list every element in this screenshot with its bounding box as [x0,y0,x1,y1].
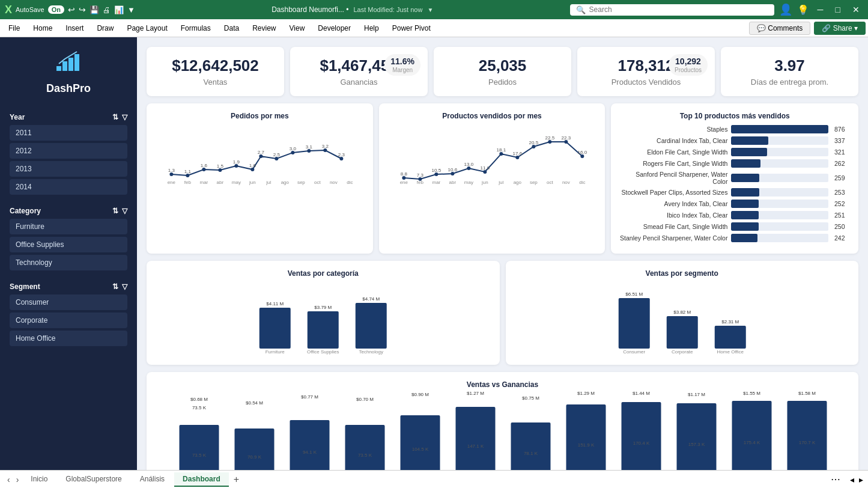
segment-item-home-office[interactable]: Home Office [10,331,127,346]
charts-row-2: Ventas por categoría $4.11 M Furniture $… [147,261,858,365]
year-filter-icon[interactable]: ▽ [122,113,127,121]
dashboard-area: $12,642,502 Ventas $1,467,457 Ganancias … [137,37,868,470]
product-val-ibico: 251 [832,212,850,219]
svg-text:70.9 K: 70.9 K [247,454,262,460]
category-sort-icon[interactable]: ⇅ [112,207,118,215]
profile-icon[interactable]: 👤 [779,3,792,16]
svg-text:$0.54 M: $0.54 M [246,400,263,406]
last-modified-chevron[interactable]: ▼ [427,7,433,13]
lightbulb-icon[interactable]: 💡 [797,4,809,16]
quick-access-more[interactable]: ▼ [127,5,135,14]
svg-rect-95 [180,425,219,470]
tab-scroll-right[interactable]: ▸ [859,475,863,484]
svg-text:73.5 K: 73.5 K [358,453,372,458]
quick-access-1[interactable]: 💾 [90,5,99,14]
menu-view[interactable]: View [284,22,311,35]
svg-rect-1 [62,61,67,71]
kpi-entrega-value: 3.97 [733,56,846,75]
tab-scroll-left[interactable]: ◂ [850,475,854,484]
year-item-2011[interactable]: 2011 [10,125,127,141]
menu-help[interactable]: Help [358,22,385,35]
segment-filter-label: Segment ⇅ ▽ [10,282,127,291]
svg-rect-102 [290,420,330,470]
search-input[interactable] [589,5,768,14]
product-name-avery: Avery Index Tab, Clear [619,200,727,207]
menu-insert[interactable]: Insert [59,22,90,35]
kpi-entrega-label: Días de entrega prom. [733,78,846,87]
segment-filter-icon[interactable]: ▽ [122,282,127,291]
category-item-furniture[interactable]: Furniture [10,219,127,234]
menu-home[interactable]: Home [27,22,58,35]
tab-dashboard[interactable]: Dashboard [174,472,229,487]
ventas-ganancias-title: Ventas vs Ganancias [155,380,850,389]
search-box[interactable]: 🔍 [570,4,774,16]
year-sort-icon[interactable]: ⇅ [112,113,118,121]
add-sheet-button[interactable]: + [230,474,243,485]
product-row-smead: Smead File Cart, Single Width 250 [619,222,850,231]
segment-item-corporate[interactable]: Corporate [10,313,127,328]
pedidos-mes-chart: Pedidos por mes [147,103,373,254]
svg-text:3.1: 3.1 [306,144,313,150]
tab-options-icon[interactable]: ⋯ [831,474,840,485]
segment-item-consumer[interactable]: Consumer [10,294,127,310]
product-name-rogers: Rogers File Cart, Single Width [619,160,727,167]
svg-text:$0.75 M: $0.75 M [522,395,539,401]
menu-draw[interactable]: Draw [91,22,120,35]
redo-icon[interactable]: ↪ [79,5,86,14]
close-button[interactable]: ✕ [849,5,863,14]
menu-page-layout[interactable]: Page Layout [121,22,173,35]
last-modified: Last Modified: Just now [353,6,422,13]
category-item-office-supplies[interactable]: Office Supplies [10,237,127,252]
kpi-productos-badge-label: Productos [675,67,702,73]
maximize-button[interactable]: □ [832,5,844,14]
quick-access-3[interactable]: 📊 [114,5,124,14]
tab-prev-button[interactable]: ‹ [5,475,13,484]
minimize-button[interactable]: ─ [814,5,827,14]
svg-rect-99 [235,429,275,470]
menu-formulas[interactable]: Formulas [175,22,217,35]
kpi-ventas: $12,642,502 Ventas [147,47,284,96]
category-filter-icon[interactable]: ▽ [122,207,127,215]
product-row-ibico: Ibico Index Tab, Clear 251 [619,211,850,219]
svg-rect-77 [259,308,291,349]
svg-text:1.9: 1.9 [233,159,240,165]
svg-text:jun: jun [481,180,488,185]
top-products-chart: Top 10 productos más vendidos Staples 87… [611,103,858,254]
product-row-stockwell: Stockwell Paper Clips, Assorted Sizes 25… [619,188,850,197]
titlebar-right: 🔍 👤 💡 ─ □ ✕ [570,3,863,16]
product-name-stanley: Stanley Pencil Sharpener, Water Color [619,234,727,242]
undo-icon[interactable]: ↩ [68,5,75,14]
year-item-2012[interactable]: 2012 [10,143,127,159]
product-row-staples: Staples 876 [619,125,850,133]
svg-text:8.8: 8.8 [400,171,407,177]
product-name-smead: Smead File Cart, Single Width [619,223,727,230]
titlebar-center: Dashboard Neumorfi... • Last Modified: J… [139,5,566,14]
product-name-staples: Staples [619,126,727,133]
year-item-2014[interactable]: 2014 [10,179,127,195]
quick-access-2[interactable]: 🖨 [103,5,111,14]
svg-text:1.6: 1.6 [249,163,256,168]
menu-review[interactable]: Review [246,22,282,35]
tab-inicio[interactable]: Inicio [22,472,56,487]
autosave-toggle[interactable]: On [48,5,64,14]
menu-power-pivot[interactable]: Power Pivot [386,22,437,35]
tab-globalsuperstore[interactable]: GlobalSuperstore [57,472,130,487]
tab-next-button[interactable]: › [14,475,22,484]
tabs-bar: ‹ › Inicio GlobalSuperstore Análisis Das… [0,470,868,488]
comments-button[interactable]: 💬 Comments [749,22,810,35]
svg-text:ago: ago [281,180,290,185]
product-row-cardinal: Cardinal Index Tab, Clear 337 [619,136,850,145]
kpi-margen-pct: 11.6% [390,56,414,66]
segment-sort-icon[interactable]: ⇅ [112,282,118,291]
menu-developer[interactable]: Developer [312,22,357,35]
menu-file[interactable]: File [2,22,26,35]
menu-data[interactable]: Data [218,22,245,35]
ventas-ganancias-svg: $0.68 M ene 73.5 K $0.54 M feb $0.77 M m… [155,394,850,470]
svg-rect-114 [511,422,551,470]
share-button[interactable]: 🔗 Share ▾ [814,22,866,35]
tab-analisis[interactable]: Análisis [132,472,173,487]
category-item-technology[interactable]: Technology [10,255,127,270]
sidebar: DashPro Year ⇅ ▽ 2011 2012 2013 2014 Cat… [0,37,137,470]
year-item-2013[interactable]: 2013 [10,161,127,177]
kpi-entrega: 3.97 Días de entrega prom. [721,47,858,96]
